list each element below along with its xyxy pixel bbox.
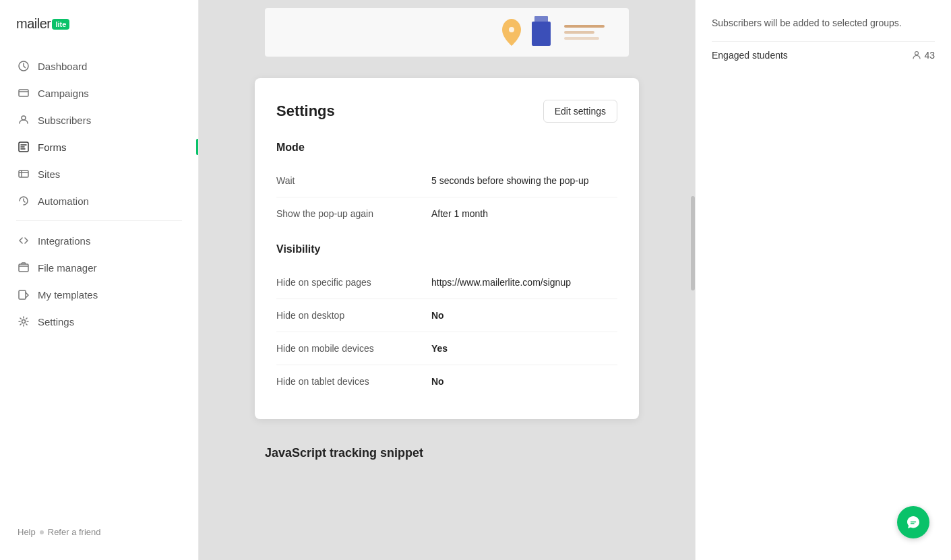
svg-rect-1	[19, 90, 28, 96]
mode-section-title: Mode	[276, 142, 617, 154]
show-popup-value: After 1 month	[431, 208, 617, 219]
sidebar-item-campaigns[interactable]: Campaigns	[8, 80, 190, 106]
logo: mailer lite	[16, 16, 182, 32]
sidebar-item-file-manager-label: File manager	[38, 262, 97, 274]
nav-menu: Dashboard Campaigns	[0, 53, 198, 520]
hide-desktop-value: No	[431, 310, 617, 321]
hide-tablet-label: Hide on tablet devices	[276, 376, 431, 387]
logo-area: mailer lite	[0, 16, 198, 53]
sidebar-item-campaigns-label: Campaigns	[38, 88, 89, 99]
js-snippet-section: JavaScript tracking snippet	[199, 433, 695, 474]
sidebar-item-subscribers-label: Subscribers	[38, 115, 91, 126]
mode-section: Mode Wait 5 seconds before showing the p…	[276, 142, 617, 230]
sidebar-item-dashboard-label: Dashboard	[38, 61, 87, 72]
visibility-section-title: Visibility	[276, 243, 617, 255]
chat-button[interactable]	[897, 506, 929, 538]
svg-rect-9	[532, 22, 551, 46]
center-scroll: Settings Edit settings Mode Wait 5 secon…	[199, 0, 695, 560]
svg-rect-10	[534, 16, 548, 24]
svg-point-11	[915, 52, 919, 55]
js-snippet-box: JavaScript tracking snippet	[265, 446, 629, 460]
visibility-section: Visibility Hide on specific pages https:…	[276, 243, 617, 398]
subscribers-note: Subscribers will be added to selected gr…	[712, 16, 935, 30]
sidebar-item-automation[interactable]: Automation	[8, 188, 190, 214]
svg-rect-4	[19, 170, 28, 177]
group-count-value: 43	[924, 50, 935, 61]
scroll-indicator[interactable]	[691, 0, 695, 560]
settings-title: Settings	[276, 102, 335, 120]
subscribers-info: Subscribers will be added to selected gr…	[712, 16, 935, 69]
sidebar-item-integrations[interactable]: Integrations	[8, 228, 190, 253]
show-popup-label: Show the pop-up again	[276, 208, 431, 219]
sidebar-bottom: Help Refer a friend	[0, 520, 198, 549]
sites-icon	[18, 168, 30, 180]
refer-link[interactable]: Refer a friend	[48, 527, 101, 537]
js-snippet-title: JavaScript tracking snippet	[265, 446, 629, 460]
subscribers-icon	[18, 114, 30, 126]
svg-rect-5	[19, 264, 28, 272]
sidebar-item-forms[interactable]: Forms	[8, 134, 190, 160]
wait-row: Wait 5 seconds before showing the pop-up	[276, 164, 617, 197]
sidebar-item-dashboard[interactable]: Dashboard	[8, 53, 190, 79]
hide-mobile-row: Hide on mobile devices Yes	[276, 332, 617, 365]
dashboard-icon	[18, 60, 30, 72]
sidebar: mailer lite Dashboard	[0, 0, 199, 560]
group-name: Engaged students	[712, 50, 788, 61]
hide-desktop-row: Hide on desktop No	[276, 299, 617, 332]
sidebar-item-settings[interactable]: Settings	[8, 309, 190, 334]
sidebar-item-forms-label: Forms	[38, 142, 67, 153]
help-area: Help Refer a friend	[8, 520, 190, 544]
chat-icon	[906, 515, 921, 530]
sidebar-item-automation-label: Automation	[38, 195, 89, 207]
hide-tablet-value: No	[431, 376, 617, 387]
right-panel: Subscribers will be added to selected gr…	[695, 0, 951, 560]
person-icon	[912, 51, 921, 60]
edit-settings-button[interactable]: Edit settings	[543, 100, 617, 123]
center-content: Settings Edit settings Mode Wait 5 secon…	[199, 0, 695, 560]
sidebar-item-my-templates-label: My templates	[38, 289, 98, 301]
show-popup-again-row: Show the pop-up again After 1 month	[276, 197, 617, 230]
sidebar-item-sites[interactable]: Sites	[8, 161, 190, 187]
sidebar-item-settings-label: Settings	[38, 316, 74, 328]
wait-label: Wait	[276, 175, 431, 186]
group-row: Engaged students 43	[712, 41, 935, 69]
svg-point-2	[22, 116, 26, 120]
hide-mobile-value: Yes	[431, 343, 617, 354]
preview-box	[265, 8, 629, 57]
svg-point-7	[22, 320, 26, 323]
scroll-thumb	[691, 196, 695, 290]
hide-specific-pages-label: Hide on specific pages	[276, 277, 431, 288]
sidebar-item-my-templates[interactable]: My templates	[8, 282, 190, 307]
sidebar-item-file-manager[interactable]: File manager	[8, 255, 190, 280]
hide-mobile-label: Hide on mobile devices	[276, 343, 431, 354]
sidebar-item-integrations-label: Integrations	[38, 235, 90, 247]
svg-rect-6	[19, 290, 26, 299]
nav-divider	[16, 220, 182, 221]
campaigns-icon	[18, 87, 30, 99]
settings-card: Settings Edit settings Mode Wait 5 secon…	[255, 78, 639, 419]
logo-text: mailer	[16, 16, 51, 32]
settings-icon	[18, 315, 30, 328]
hide-specific-pages-value: https://www.mailerlite.com/signup	[431, 277, 617, 288]
logo-badge: lite	[52, 19, 69, 30]
help-link[interactable]: Help	[18, 527, 36, 537]
file-manager-icon	[18, 261, 30, 274]
svg-point-8	[509, 27, 514, 32]
settings-header: Settings Edit settings	[276, 100, 617, 123]
sidebar-item-sites-label: Sites	[38, 168, 60, 180]
templates-icon	[18, 288, 30, 301]
integrations-icon	[18, 235, 30, 247]
hide-specific-pages-row: Hide on specific pages https://www.maile…	[276, 266, 617, 299]
group-count: 43	[912, 50, 935, 61]
wait-value: 5 seconds before showing the pop-up	[431, 175, 617, 186]
hide-desktop-label: Hide on desktop	[276, 310, 431, 321]
top-preview-area	[199, 0, 695, 65]
settings-section: Settings Edit settings Mode Wait 5 secon…	[199, 65, 695, 433]
automation-icon	[18, 195, 30, 207]
forms-icon	[18, 141, 30, 153]
hide-tablet-row: Hide on tablet devices No	[276, 365, 617, 398]
sidebar-item-subscribers[interactable]: Subscribers	[8, 107, 190, 133]
help-dot	[40, 530, 44, 534]
